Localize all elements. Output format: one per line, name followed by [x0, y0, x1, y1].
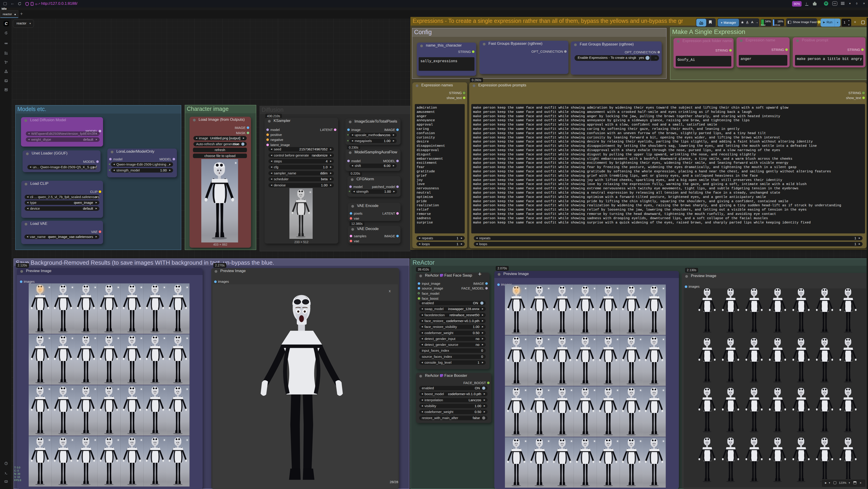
svg-text:?: ?: [6, 462, 7, 465]
